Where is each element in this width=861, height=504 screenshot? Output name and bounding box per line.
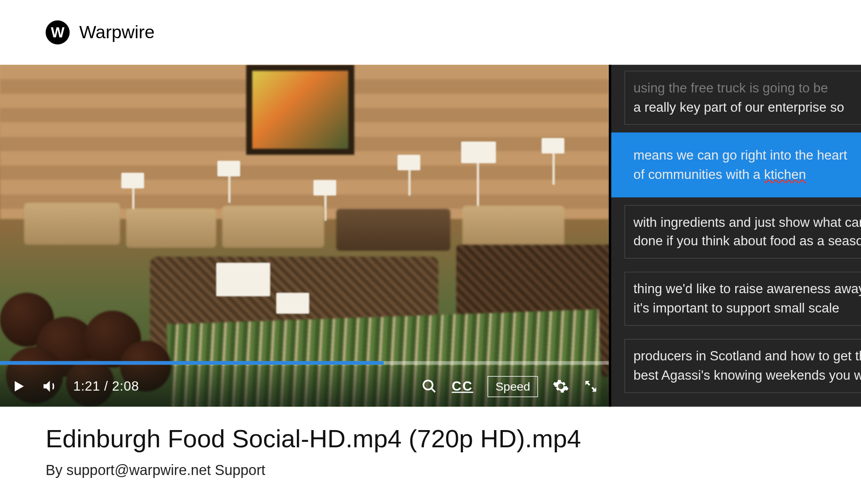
transcript-segment[interactable]: thing we'd like to raise awareness away …: [624, 272, 861, 326]
brand-name: Warpwire: [79, 22, 155, 43]
speed-button[interactable]: Speed: [488, 376, 538, 397]
logo-icon: W: [46, 21, 70, 45]
transcript-segment[interactable]: with ingredients and just show what can …: [624, 205, 861, 259]
segment-line: done if you think about food as a season…: [634, 232, 861, 251]
video-title: Edinburgh Food Social-HD.mp4 (720p HD).m…: [46, 425, 861, 454]
svg-line-1: [431, 388, 435, 392]
video-controls: 1:21 / 2:08 CC Speed: [0, 366, 609, 407]
video-player[interactable]: 1:21 / 2:08 CC Speed: [0, 65, 609, 407]
misspelled-word: ktichen: [764, 167, 806, 182]
fullscreen-icon[interactable]: [584, 379, 598, 394]
segment-line: a really key part of our enterprise so: [634, 98, 861, 117]
video-metadata: Edinburgh Food Social-HD.mp4 (720p HD).m…: [0, 407, 861, 496]
transcript-segment[interactable]: producers in Scotland and how to get the…: [624, 339, 861, 393]
main-area: 1:21 / 2:08 CC Speed Save Transcript Can…: [0, 65, 861, 407]
segment-line: thing we'd like to raise awareness away: [634, 280, 861, 299]
segment-line: producers in Scotland and how to get the: [634, 347, 861, 366]
video-progress-bar[interactable]: [0, 361, 609, 365]
transcript-segment-active[interactable]: means we can go right into the heart of …: [624, 138, 861, 192]
video-byline: By support@warpwire.net Support: [46, 462, 861, 479]
play-icon[interactable]: [11, 378, 26, 395]
settings-icon[interactable]: [552, 378, 569, 395]
search-icon[interactable]: [422, 378, 437, 394]
segment-line: best Agassi's knowing weekends you want: [634, 366, 861, 385]
svg-point-0: [424, 381, 433, 390]
captions-button[interactable]: CC: [452, 378, 473, 394]
segment-line: of communities with a ktichen: [634, 165, 861, 184]
time-display: 1:21 / 2:08: [73, 378, 139, 394]
video-progress-fill: [0, 361, 383, 365]
transcript-list[interactable]: using the free truck is going to be a re…: [611, 65, 861, 407]
volume-icon[interactable]: [41, 378, 59, 395]
transcript-segment[interactable]: using the free truck is going to be a re…: [624, 71, 861, 125]
transcript-panel: Save Transcript Cancel using the free tr…: [609, 65, 861, 407]
segment-line: with ingredients and just show what can …: [634, 213, 861, 232]
transcript-segment[interactable]: to let people know that working in the r…: [624, 406, 861, 407]
segment-line: it's important to support small scale: [634, 299, 861, 318]
brand-logo[interactable]: W Warpwire: [46, 21, 155, 45]
app-header: W Warpwire Account: [0, 0, 861, 65]
segment-line: using the free truck is going to be: [634, 79, 861, 98]
segment-line: means we can go right into the heart: [634, 146, 861, 165]
